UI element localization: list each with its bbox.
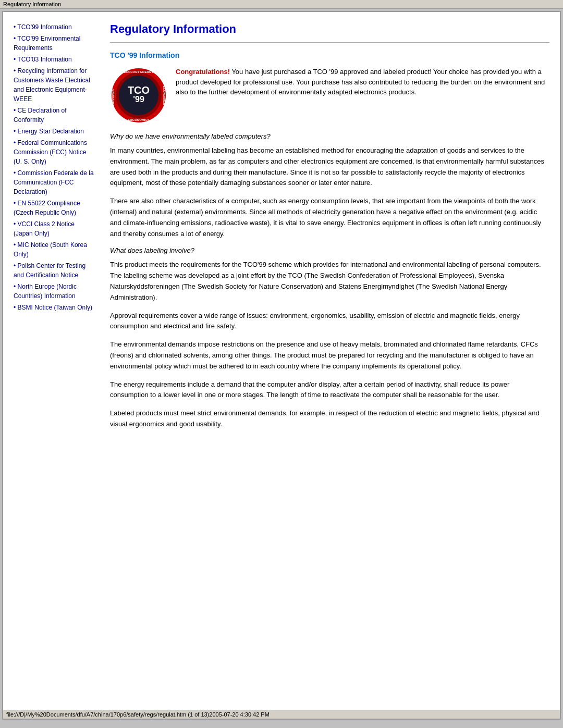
sidebar-item-tco99-info[interactable]: TCO'99 Information — [14, 22, 94, 32]
svg-text:ECONOMICS: ECONOMICS — [163, 85, 166, 105]
paragraph-5: The environmental demands impose restric… — [110, 339, 549, 372]
status-bar: file:///D|/My%20Documents/dfu/A7/china/1… — [3, 710, 560, 719]
sidebar-item-recycling[interactable]: Recycling Information for Customers Wast… — [14, 66, 94, 104]
status-bar-text: file:///D|/My%20Documents/dfu/A7/china/1… — [6, 711, 270, 718]
paragraph-1: In many countries, environmental labelin… — [110, 145, 549, 189]
sidebar-item-fcc[interactable]: Federal Communications Commission (FCC) … — [14, 138, 94, 166]
sidebar-nav: TCO'99 Information TCO'99 Environmental … — [14, 22, 94, 312]
title-bar-text: Regulatory Information — [3, 1, 61, 7]
sidebar-item-ce[interactable]: CE Declaration of Conformity — [14, 106, 94, 125]
paragraph-3: This product meets the requirements for … — [110, 260, 549, 303]
sidebar-item-tco99-env[interactable]: TCO'99 Environmental Requirements — [14, 34, 94, 53]
sidebar-item-polish[interactable]: Polish Center for Testing and Certificat… — [14, 261, 94, 280]
paragraph-4: Approval requirements cover a wide range… — [110, 311, 549, 332]
sidebar-item-tco03[interactable]: TCO'03 Information — [14, 55, 94, 64]
svg-text:EMISSIONS: EMISSIONS — [112, 89, 115, 106]
paragraph-6: The energy requirements include a demand… — [110, 379, 549, 401]
sidebar-item-energy-star[interactable]: Energy Star Declaration — [14, 127, 94, 136]
sidebar-item-north-europe[interactable]: North Europe (Nordic Countries) Informat… — [14, 282, 94, 301]
main-content: TCO'99 Information TCO'99 Environmental … — [3, 12, 560, 710]
paragraph-7: Labeled products must meet strict enviro… — [110, 408, 549, 430]
tco-logo: TCO '99 ECOLOGY ENERGY ERGONOMICS EMISSI… — [110, 67, 167, 124]
intro-paragraph: You have just purchased a TCO '99 approv… — [176, 68, 545, 96]
sidebar-item-vcci[interactable]: VCCI Class 2 Notice (Japan Only) — [14, 219, 94, 238]
sidebar-item-bsmi[interactable]: BSMI Notice (Taiwan Only) — [14, 303, 94, 312]
sidebar-item-commission[interactable]: Commission Federale de la Communication … — [14, 168, 94, 196]
sidebar-item-en55022[interactable]: EN 55022 Compliance (Czech Republic Only… — [14, 199, 94, 217]
tco-intro: TCO '99 ECOLOGY ENERGY ERGONOMICS EMISSI… — [110, 67, 549, 124]
heading-why: Why do we have environmentally labeled c… — [110, 132, 549, 140]
browser-window: TCO'99 Information TCO'99 Environmental … — [2, 11, 561, 720]
tco-intro-text: Congratulations! You have just purchased… — [176, 67, 549, 97]
paragraph-2: There are also other characteristics of … — [110, 196, 549, 239]
heading-labeling: What does labeling involve? — [110, 246, 549, 254]
content-area: Regulatory Information TCO '99 Informati… — [100, 22, 549, 699]
congrats-text: Congratulations! — [176, 68, 230, 76]
section-title: TCO '99 Information — [110, 51, 549, 59]
svg-text:ERGONOMICS: ERGONOMICS — [128, 118, 150, 121]
page-title: Regulatory Information — [110, 22, 549, 36]
sidebar: TCO'99 Information TCO'99 Environmental … — [14, 22, 100, 699]
title-bar: Regulatory Information — [0, 0, 563, 9]
divider — [110, 42, 549, 43]
svg-text:'99: '99 — [133, 95, 144, 104]
sidebar-item-mic[interactable]: MIC Notice (South Korea Only) — [14, 240, 94, 259]
svg-text:TCO: TCO — [128, 84, 150, 96]
svg-text:ECOLOGY ENERGY: ECOLOGY ENERGY — [124, 70, 154, 73]
